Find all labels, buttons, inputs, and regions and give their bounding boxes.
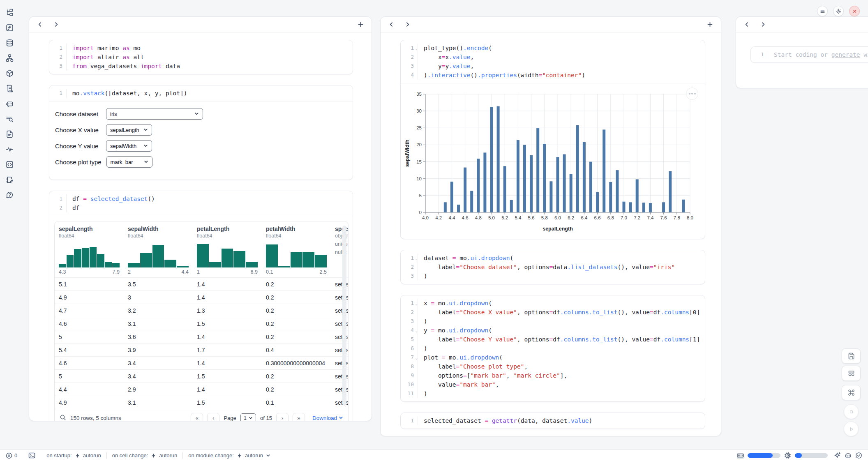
previous-page-button[interactable]: ‹ [207, 413, 219, 422]
table-row[interactable]: 53.61.40.2setosa [55, 330, 348, 343]
last-page-button[interactable]: » [293, 413, 305, 422]
copilot-button[interactable] [845, 452, 852, 459]
scroll-left-button[interactable] [389, 22, 394, 27]
table-row[interactable]: 4.93.11.50.1setosa [55, 396, 348, 409]
line-number: 9 [401, 371, 414, 380]
table-row[interactable]: 4.931.40.2setosa [55, 290, 348, 304]
table-row[interactable]: 53.41.50.2setosa [55, 369, 348, 383]
settings-gear-button[interactable] [833, 6, 844, 16]
connection-status-button[interactable] [855, 452, 862, 459]
notebook-pen-icon[interactable] [3, 175, 16, 184]
list-search-icon[interactable] [3, 115, 16, 123]
run-config-label: on module change: [188, 452, 234, 459]
plot-code-editor[interactable]: 1⌄234plot_type().encode( x=x.value, y=y.… [401, 40, 705, 83]
stop-all-button[interactable] [844, 404, 859, 419]
package-icon[interactable] [3, 69, 16, 77]
shutdown-close-button[interactable] [849, 6, 860, 16]
bot-chat-icon[interactable] [3, 99, 16, 108]
table-row[interactable]: 4.73.21.30.2setosa [55, 304, 348, 317]
table-row[interactable]: 4.63.11.50.2setosa [55, 317, 348, 330]
chart-options-button[interactable] [686, 88, 698, 100]
svg-text:5: 5 [419, 193, 422, 198]
terminal-button[interactable] [28, 452, 35, 459]
svg-text:4.0: 4.0 [422, 215, 429, 220]
line-number: 1 [401, 416, 414, 425]
table-row[interactable]: 5.43.91.70.4setosa [55, 343, 348, 356]
save-button[interactable] [842, 348, 861, 364]
ai-sparkles-button[interactable] [834, 452, 841, 459]
scroll-right-button[interactable] [405, 22, 410, 27]
run-config-2[interactable]: on module change:autorun [188, 452, 270, 459]
imports-code-editor[interactable]: 123import marimo as moimport altair as a… [49, 40, 353, 74]
help-bubble-icon[interactable] [3, 191, 16, 199]
selected-dataset-code-editor[interactable]: 1selected_dataset = getattr(data, datase… [401, 413, 705, 429]
run-all-button[interactable] [844, 422, 859, 436]
line-number: 1⌄ [401, 44, 414, 53]
notebook-column-middle: 1⌄234plot_type().encode( x=x.value, y=y.… [380, 16, 721, 436]
layout-toggle-button[interactable] [842, 366, 861, 381]
column-histogram[interactable] [128, 242, 189, 267]
database-icon[interactable] [3, 39, 16, 47]
first-page-button[interactable]: « [191, 413, 203, 422]
table-row[interactable]: 5.13.51.40.2setosa [55, 277, 348, 290]
scroll-right-button[interactable] [760, 22, 766, 27]
column-histogram[interactable] [197, 242, 258, 267]
svg-text:0: 0 [419, 210, 422, 215]
lightning-icon [237, 453, 242, 459]
column-header-petalLength: petalLengthfloat6416.9 [193, 226, 262, 275]
x-value-select[interactable]: sepalLength [106, 124, 152, 136]
file-tree-icon[interactable] [3, 8, 16, 16]
download-button[interactable]: Download [312, 415, 343, 421]
keyboard-shortcuts-button[interactable] [842, 385, 861, 400]
copilot-icon [845, 452, 852, 459]
vstack-code-editor[interactable]: 1mo.vstack([dataset, x, y, plot]) [49, 85, 353, 101]
table-header: sepalLengthfloat644.37.9sepalWidthfloat6… [55, 221, 348, 277]
y-value-select[interactable]: sepalWidth [106, 140, 152, 152]
line-number: 2 [401, 308, 414, 317]
code-line: import marimo as mo [72, 44, 180, 53]
generate-with-ai-link[interactable]: generate [831, 51, 860, 58]
scroll-text-icon[interactable] [3, 84, 16, 92]
page-number-select[interactable]: 1 [240, 413, 256, 422]
table-row[interactable]: 4.42.91.40.2setosa [55, 383, 348, 396]
code-line: label="Choose Y value", options=df.colum… [424, 335, 700, 344]
y-value-label: Choose Y value [55, 143, 101, 150]
file-text-icon[interactable] [3, 130, 16, 138]
run-config-0[interactable]: on startup:autorun [46, 452, 101, 459]
code-line: label="Choose plot type", [424, 362, 700, 371]
dataset-dropdown-code-editor[interactable]: 1⌄23dataset = mo.ui.dropdown( label="Cho… [401, 250, 705, 284]
svg-text:5.4: 5.4 [515, 215, 522, 220]
add-cell-button[interactable] [707, 22, 713, 27]
sitemap-icon[interactable] [3, 54, 16, 62]
control-row: Choose datasetiris [55, 108, 347, 120]
next-page-button[interactable]: › [276, 413, 289, 422]
plot-type-select[interactable]: mark_bar [106, 156, 152, 168]
menu-button[interactable] [817, 6, 828, 16]
dataframe-code-editor[interactable]: 12df = selected_dataset()df [49, 191, 353, 216]
code-square-icon[interactable] [3, 160, 16, 168]
add-cell-button[interactable] [358, 22, 363, 27]
line-number: 4 [401, 71, 414, 80]
scroll-left-button[interactable] [744, 22, 750, 27]
svg-text:5.2: 5.2 [501, 215, 508, 220]
scroll-left-button[interactable] [37, 22, 43, 27]
svg-text:20: 20 [416, 142, 422, 147]
scroll-right-button[interactable] [53, 22, 59, 27]
error-count-indicator[interactable]: 0 [6, 452, 17, 459]
column-histogram[interactable] [59, 242, 120, 267]
xy-plot-dropdowns-code-editor[interactable]: 1⌄234⌄567⌄891011x = mo.ui.dropdown( labe… [401, 295, 705, 401]
activity-icon[interactable] [3, 145, 16, 153]
dataset-select[interactable]: iris [106, 108, 203, 120]
svg-text:6.6: 6.6 [594, 215, 601, 220]
memory-usage-meter[interactable] [748, 453, 780, 458]
svg-text:10: 10 [416, 176, 422, 181]
table-row[interactable]: 4.63.41.40.30000000000000004setosa [55, 356, 348, 369]
column-histogram[interactable] [266, 242, 327, 267]
empty-code-editor[interactable]: 1 Start coding or generate with [751, 47, 868, 62]
cpu-usage-meter[interactable] [795, 453, 828, 458]
table-scrollbar[interactable] [342, 226, 346, 406]
bar-chart[interactable]: 4.04.24.44.64.85.05.25.45.65.86.06.26.46… [404, 88, 697, 233]
search-icon[interactable] [60, 414, 66, 422]
function-square-icon[interactable] [3, 23, 16, 32]
run-config-1[interactable]: on cell change:autorun [112, 452, 178, 459]
